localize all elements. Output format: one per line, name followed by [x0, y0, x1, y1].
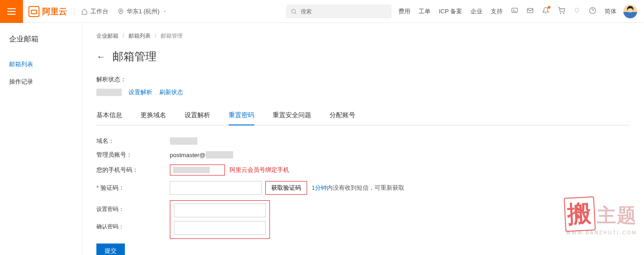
svg-point-0	[120, 10, 122, 12]
tab-assign-account[interactable]: 分配账号	[330, 106, 355, 125]
nav-tickets[interactable]: 工单	[419, 7, 431, 16]
tabs: 基本信息 更换域名 设置解析 重置密码 重置安全问题 分配账号	[96, 106, 630, 125]
sidebar-item-mailbox-list[interactable]: 邮箱列表	[0, 56, 82, 73]
workbench-label: 工作台	[90, 7, 108, 16]
page-title: ← 邮箱管理	[96, 49, 630, 64]
avatar[interactable]	[623, 5, 637, 18]
sidebar-item-operation-log[interactable]: 操作记录	[0, 73, 82, 91]
hamburger-menu[interactable]	[0, 0, 23, 23]
set-dns-link[interactable]: 设置解析	[129, 88, 152, 96]
back-arrow-icon[interactable]: ←	[96, 51, 106, 62]
confirm-password-input[interactable]	[174, 221, 266, 235]
svg-point-7	[564, 13, 564, 13]
tab-set-dns[interactable]: 设置解析	[185, 106, 210, 125]
cart-icon[interactable]	[558, 7, 565, 16]
nav-support[interactable]: 支持	[491, 7, 503, 16]
breadcrumb: 企业邮箱 / 邮箱列表 / 邮箱管理	[96, 32, 630, 40]
phone-label: 您的手机号码：	[96, 166, 170, 174]
search-input[interactable]	[301, 8, 387, 15]
redacted-admin-domain	[206, 151, 233, 159]
svg-point-6	[560, 13, 560, 13]
message-icon[interactable]	[526, 7, 534, 16]
sidebar-title: 企业邮箱	[0, 34, 82, 44]
code-hint: 1分钟内没有收到短信，可重新获取	[312, 184, 404, 192]
language-selector[interactable]: 简体	[605, 7, 616, 16]
breadcrumb-item[interactable]: 邮箱列表	[129, 33, 151, 39]
get-code-button[interactable]: 获取验证码	[265, 181, 307, 195]
set-password-input[interactable]	[174, 204, 266, 217]
tab-change-domain[interactable]: 更换域名	[140, 106, 166, 125]
cloud-shell-icon[interactable]	[511, 7, 518, 16]
breadcrumb-current: 邮箱管理	[161, 33, 183, 39]
logo-text: 阿里云	[42, 6, 67, 17]
code-label: *验证码：	[96, 184, 170, 192]
domain-label: 域名：	[96, 137, 170, 145]
redacted-status	[96, 89, 122, 96]
confirm-password-label: 确认密码：	[96, 218, 170, 235]
help-icon[interactable]	[589, 7, 596, 16]
location-icon	[118, 8, 124, 15]
tab-basic-info[interactable]: 基本信息	[96, 106, 122, 125]
hamburger-icon	[7, 8, 16, 15]
redacted-phone	[173, 167, 210, 173]
submit-button[interactable]: 提交	[96, 244, 125, 255]
nav-icp[interactable]: ICP 备案	[439, 7, 462, 16]
nav-enterprise[interactable]: 企业	[470, 7, 482, 16]
phone-hint: 阿里云会员号绑定手机	[230, 166, 289, 174]
code-input[interactable]	[170, 181, 262, 195]
chevron-down-icon	[162, 9, 167, 14]
admin-value: postmaster@	[170, 152, 206, 159]
logo[interactable]: 阿里云	[28, 6, 67, 17]
home-icon	[81, 8, 88, 15]
password-inputs-highlight	[170, 200, 270, 239]
svg-point-8	[575, 8, 579, 12]
divider	[74, 7, 74, 16]
tab-reset-password[interactable]: 重置密码	[229, 106, 254, 125]
admin-label: 管理员账号：	[96, 151, 170, 159]
idea-icon[interactable]	[573, 7, 581, 16]
workbench-link[interactable]: 工作台	[81, 7, 108, 16]
nav-fees[interactable]: 费用	[398, 7, 410, 16]
set-password-label: 设置密码：	[96, 200, 170, 218]
tab-reset-security[interactable]: 重置安全问题	[273, 106, 311, 125]
svg-line-2	[295, 12, 296, 14]
refresh-status-link[interactable]: 刷新状态	[159, 88, 183, 96]
phone-box	[170, 164, 225, 176]
logo-icon	[28, 6, 39, 17]
search-icon	[291, 8, 297, 15]
notification-icon[interactable]	[542, 7, 549, 16]
search-box[interactable]	[286, 5, 392, 18]
status-label: 解析状态：	[96, 75, 126, 84]
svg-point-1	[291, 9, 295, 13]
svg-rect-3	[512, 8, 517, 12]
region-label: 华东1 (杭州)	[127, 7, 160, 16]
redacted-domain	[170, 137, 197, 145]
region-selector[interactable]: 华东1 (杭州)	[118, 7, 170, 16]
notification-badge	[548, 6, 550, 9]
page-title-text: 邮箱管理	[112, 49, 157, 64]
breadcrumb-item[interactable]: 企业邮箱	[96, 33, 118, 39]
